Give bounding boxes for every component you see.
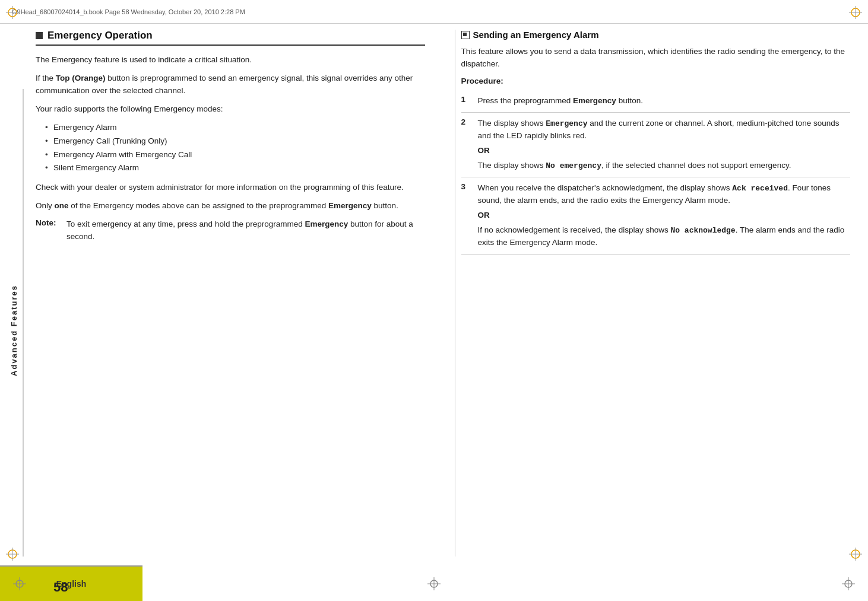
right-column: Sending an Emergency Alarm This feature … bbox=[455, 30, 851, 557]
left-border-line bbox=[23, 89, 24, 557]
note-text: To exit emergency at any time, press and… bbox=[66, 218, 425, 243]
list-item: Silent Emergency Alarm bbox=[45, 162, 425, 174]
bottom-crosshair-center bbox=[427, 577, 441, 590]
left-column: Emergency Operation The Emergency featur… bbox=[36, 30, 437, 557]
step-row-1: 1 Press the preprogrammed Emergency butt… bbox=[461, 90, 851, 113]
or-label-3: OR bbox=[478, 209, 851, 222]
bottom-bar: English 58 bbox=[0, 565, 868, 601]
step-number-3: 3 bbox=[461, 182, 472, 249]
content-area: Emergency Operation The Emergency featur… bbox=[36, 30, 850, 557]
modes-intro: Your radio supports the following Emerge… bbox=[36, 103, 425, 116]
section-title: Emergency Operation bbox=[36, 30, 425, 46]
list-item: Emergency Alarm bbox=[45, 122, 425, 134]
crosshair-bottom-left bbox=[6, 548, 19, 561]
bottom-crosshair-left bbox=[13, 577, 26, 590]
step-content-3: When you receive the dispatcher's acknow… bbox=[478, 182, 851, 249]
header-filename: O9Head_68007024014_b.book Page 58 Wednes… bbox=[12, 8, 245, 15]
sidebar-label-container: Advanced Features bbox=[5, 119, 23, 542]
page-container: O9Head_68007024014_b.book Page 58 Wednes… bbox=[0, 0, 868, 601]
list-item: Emergency Alarm with Emergency Call bbox=[45, 149, 425, 161]
step-row-3: 3 When you receive the dispatcher's ackn… bbox=[461, 177, 851, 255]
crosshair-bottom-right bbox=[849, 548, 862, 561]
section-title-text: Emergency Operation bbox=[47, 30, 153, 42]
sub-title-icon bbox=[461, 31, 470, 39]
crosshair-top-left bbox=[6, 6, 19, 19]
display-no-acknowledge: No acknowledge bbox=[670, 226, 735, 235]
procedure-label: Procedure: bbox=[461, 77, 851, 85]
display-no-emergency: No emergency bbox=[546, 161, 601, 170]
only-text: Only one of the Emergency modes above ca… bbox=[36, 200, 425, 212]
emergency-bold: Emergency bbox=[328, 201, 372, 210]
note-label: Note: bbox=[36, 218, 61, 243]
bottom-crosshair-right bbox=[842, 577, 855, 590]
step-content-1: Press the preprogrammed Emergency button… bbox=[478, 95, 851, 107]
title-icon bbox=[36, 32, 43, 39]
right-intro-text: This feature allows you to send a data t… bbox=[461, 46, 851, 71]
sub-section-title: Sending an Emergency Alarm bbox=[461, 30, 851, 40]
list-item: Emergency Call (Trunking Only) bbox=[45, 135, 425, 148]
top-orange-bold: Top (Orange) bbox=[56, 74, 106, 82]
note-emergency-bold: Emergency bbox=[305, 220, 348, 228]
page-number: 58 bbox=[53, 580, 68, 595]
display-ack-received: Ack received bbox=[732, 184, 788, 193]
check-text: Check with your dealer or system adminis… bbox=[36, 182, 425, 194]
condition-text: If the Top (Orange) button is preprogram… bbox=[36, 72, 425, 97]
step-number-2: 2 bbox=[461, 117, 472, 172]
sub-section-title-text: Sending an Emergency Alarm bbox=[473, 30, 599, 40]
step-number-1: 1 bbox=[461, 95, 472, 107]
step-row-2: 2 The display shows Emergency and the cu… bbox=[461, 113, 851, 177]
modes-list: Emergency Alarm Emergency Call (Trunking… bbox=[45, 122, 425, 175]
sidebar-label: Advanced Features bbox=[9, 285, 18, 376]
intro-text: The Emergency feature is used to indicat… bbox=[36, 54, 425, 66]
or-label-2: OR bbox=[478, 145, 851, 157]
crosshair-top-right bbox=[849, 6, 862, 19]
only-bold: one bbox=[55, 201, 69, 210]
display-emergency: Emergency bbox=[546, 119, 587, 128]
header-bar: O9Head_68007024014_b.book Page 58 Wednes… bbox=[0, 0, 868, 24]
step-content-2: The display shows Emergency and the curr… bbox=[478, 117, 851, 172]
note-block: Note: To exit emergency at any time, pre… bbox=[36, 218, 425, 243]
step1-emergency-bold: Emergency bbox=[573, 96, 616, 105]
